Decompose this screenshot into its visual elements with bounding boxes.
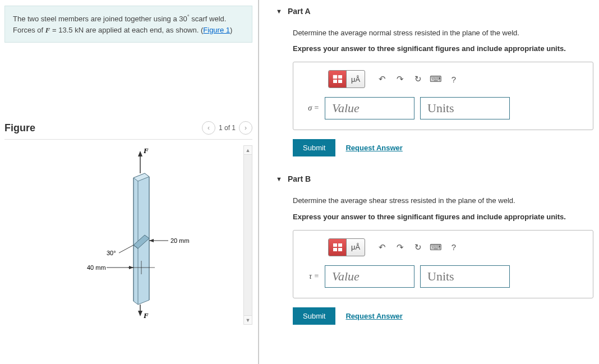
part-a-instruction: Express your answer to three significant… [293, 44, 593, 54]
figure-header: Figure ‹ 1 of 1 › [4, 121, 252, 140]
redo-button[interactable]: ↷ [391, 71, 409, 87]
problem-text-1: The two steel members are joined togethe… [13, 15, 187, 23]
template-icon[interactable] [329, 239, 347, 256]
problem-statement: The two steel members are joined togethe… [4, 6, 252, 43]
svg-rect-18 [333, 75, 337, 79]
svg-marker-11 [149, 239, 154, 242]
svg-rect-22 [333, 243, 337, 247]
part-a-variable: σ = [302, 104, 319, 113]
part-a-header[interactable]: ▼ Part A [276, 0, 593, 22]
keyboard-button[interactable]: ⌨ [427, 239, 445, 256]
part-a-prompt: Determine the average normal stress resi… [293, 28, 593, 38]
undo-button[interactable]: ↶ [373, 71, 391, 87]
part-b-instruction: Express your answer to three significant… [293, 212, 593, 222]
svg-line-9 [119, 245, 133, 253]
svg-rect-23 [338, 243, 342, 247]
help-button[interactable]: ? [445, 239, 463, 256]
label-f-bottom: F [143, 311, 149, 319]
part-a-toolbar: μÅ ↶ ↷ ↻ ⌨ ? [328, 70, 584, 88]
svg-marker-1 [138, 151, 142, 156]
redo-button[interactable]: ↷ [391, 239, 409, 256]
part-b-answer-box: μÅ ↶ ↷ ↻ ⌨ ? τ = [293, 230, 593, 298]
part-b-value-input[interactable] [325, 265, 414, 288]
figure-next-button[interactable]: › [239, 121, 252, 135]
keyboard-button[interactable]: ⌨ [427, 71, 445, 87]
svg-rect-20 [333, 80, 337, 83]
part-b-toolbar: μÅ ↶ ↷ ↻ ⌨ ? [328, 238, 584, 256]
template-icon[interactable] [329, 71, 347, 87]
part-b-submit-row: Submit Request Answer [293, 307, 593, 325]
scroll-up-icon[interactable]: ▲ [244, 146, 252, 155]
app-container: The two steel members are joined togethe… [0, 0, 599, 364]
figure-svg: F 30° [39, 145, 208, 319]
part-b-variable: τ = [302, 272, 319, 281]
force-value: = 13.5 kN [50, 26, 84, 34]
part-a-answer-box: μÅ ↶ ↷ ↻ ⌨ ? σ = [293, 62, 593, 130]
part-a-title: Part A [288, 7, 311, 16]
reset-button[interactable]: ↻ [409, 239, 427, 256]
part-a-submit-button[interactable]: Submit [293, 139, 335, 156]
figure-counter: 1 of 1 [219, 124, 236, 132]
label-angle: 30° [107, 250, 116, 256]
caret-down-icon: ▼ [276, 8, 282, 15]
svg-rect-25 [338, 248, 342, 251]
reset-button[interactable]: ↻ [409, 71, 427, 87]
problem-text-3: are applied at each end, as shown. ( [84, 26, 203, 34]
part-a-submit-row: Submit Request Answer [293, 139, 593, 156]
figure-prev-button[interactable]: ‹ [202, 121, 215, 135]
help-button[interactable]: ? [445, 71, 463, 87]
figure-scrollbar[interactable]: ▲ ▼ [243, 145, 252, 325]
undo-button[interactable]: ↶ [373, 239, 391, 256]
part-a-request-answer-link[interactable]: Request Answer [345, 144, 402, 152]
units-tool-button[interactable]: μÅ [347, 239, 365, 256]
problem-text-4: ) [230, 26, 232, 34]
part-b-input-row: τ = [302, 265, 584, 288]
scroll-down-icon[interactable]: ▼ [244, 315, 252, 324]
part-a-body: Determine the average normal stress resi… [276, 22, 593, 168]
prism [133, 173, 149, 305]
part-b-header[interactable]: ▼ Part B [276, 168, 593, 190]
figure-link[interactable]: Figure 1 [203, 26, 230, 34]
svg-marker-17 [138, 311, 142, 316]
svg-rect-24 [333, 248, 337, 251]
svg-rect-21 [338, 80, 342, 83]
figure-area: F 30° [4, 145, 252, 325]
part-b-units-input[interactable] [420, 265, 510, 288]
part-b-prompt: Determine the average shear stress resis… [293, 196, 593, 206]
part-b-title: Part B [288, 174, 311, 183]
part-a-input-row: σ = [302, 97, 584, 119]
part-b-submit-button[interactable]: Submit [293, 307, 335, 325]
part-b-request-answer-link[interactable]: Request Answer [345, 312, 402, 320]
part-a-units-input[interactable] [420, 97, 510, 119]
caret-down-icon: ▼ [276, 176, 282, 182]
left-panel: The two steel members are joined togethe… [0, 0, 258, 364]
right-panel: ▼ Part A Determine the average normal st… [259, 0, 599, 364]
part-b-body: Determine the average shear stress resis… [276, 190, 593, 335]
figure-section: Figure ‹ 1 of 1 › F [4, 121, 252, 325]
label-width: 20 mm [171, 237, 190, 244]
part-a-value-input[interactable] [325, 97, 414, 119]
svg-rect-19 [338, 75, 342, 79]
label-depth: 40 mm [87, 264, 106, 271]
units-tool-button[interactable]: μÅ [347, 71, 365, 87]
label-f-top: F [143, 146, 149, 155]
figure-nav: ‹ 1 of 1 › [202, 121, 252, 135]
figure-title: Figure [4, 122, 35, 134]
